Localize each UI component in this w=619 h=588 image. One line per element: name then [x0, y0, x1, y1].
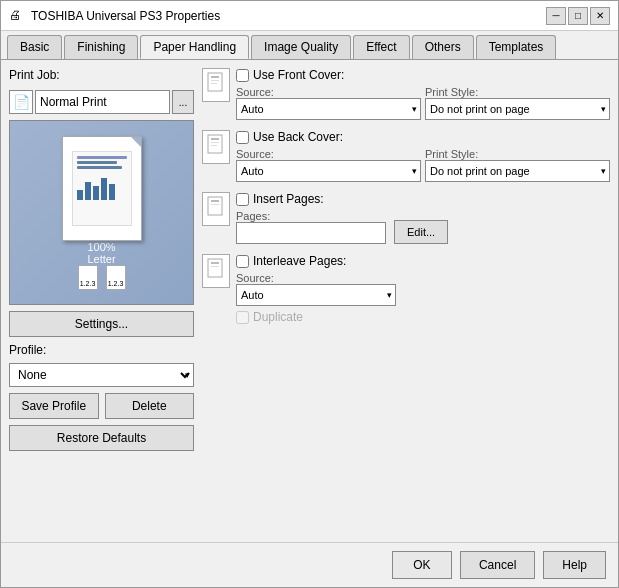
front-cover-content: Use Front Cover: Source: Auto	[236, 68, 610, 120]
chart-bar-2	[85, 182, 91, 200]
back-cover-source-group: Source: Auto	[236, 148, 421, 182]
tab-basic[interactable]: Basic	[7, 35, 62, 59]
profile-buttons: Save Profile Delete	[9, 393, 194, 419]
left-panel: Print Job: 📄 Normal Print ...	[9, 68, 194, 534]
page-icon-right: 1.2.3	[106, 265, 126, 290]
preview-line-2	[77, 161, 117, 164]
preview-line-3	[77, 166, 122, 169]
window-title: TOSHIBA Universal PS3 Properties	[31, 9, 546, 23]
profile-select[interactable]: None	[9, 363, 194, 387]
tab-image-quality[interactable]: Image Quality	[251, 35, 351, 59]
svg-rect-3	[211, 83, 217, 84]
back-cover-checkbox-row: Use Back Cover:	[236, 130, 610, 144]
interleave-pages-checkbox[interactable]	[236, 255, 249, 268]
edit-button[interactable]: Edit...	[394, 220, 448, 244]
interleave-source-label: Source:	[236, 272, 610, 284]
print-job-select[interactable]: Normal Print	[35, 90, 170, 114]
save-profile-button[interactable]: Save Profile	[9, 393, 99, 419]
interleave-pages-row: Interleave Pages: Source: Auto Duplicate	[202, 254, 610, 324]
main-content: Print Job: 📄 Normal Print ...	[1, 60, 618, 542]
preview-percent: 100%	[87, 241, 115, 253]
front-cover-row: Use Front Cover: Source: Auto	[202, 68, 610, 120]
preview-area: 100% Letter 1.2.3 1.2.3	[9, 120, 194, 305]
chart-bar-5	[109, 184, 115, 200]
minimize-button[interactable]: ─	[546, 7, 566, 25]
front-cover-print-style-select[interactable]: Do not print on page	[425, 98, 610, 120]
pages-label: Pages:	[236, 210, 386, 222]
help-button[interactable]: Help	[543, 551, 606, 579]
duplicate-label: Duplicate	[253, 310, 303, 324]
preview-line-1	[77, 156, 127, 159]
chart-bar-3	[93, 186, 99, 200]
back-cover-source-select[interactable]: Auto	[236, 160, 421, 182]
profile-label: Profile:	[9, 343, 194, 357]
back-cover-subfields: Source: Auto Print Style: Do	[236, 148, 610, 182]
print-job-options-button[interactable]: ...	[172, 90, 194, 114]
print-job-row: 📄 Normal Print ...	[9, 90, 194, 114]
maximize-button[interactable]: □	[568, 7, 588, 25]
front-cover-label: Use Front Cover:	[253, 68, 344, 82]
preview-fold	[131, 137, 141, 147]
front-cover-source-select[interactable]: Auto	[236, 98, 421, 120]
front-cover-source-select-wrapper: Auto	[236, 98, 421, 120]
back-cover-source-label: Source:	[236, 148, 421, 160]
pages-group: Pages:	[236, 210, 386, 244]
tab-finishing[interactable]: Finishing	[64, 35, 138, 59]
cancel-button[interactable]: Cancel	[460, 551, 535, 579]
front-cover-icon	[202, 68, 230, 102]
back-cover-print-style-group: Print Style: Do not print on page	[425, 148, 610, 182]
svg-rect-4	[208, 135, 222, 153]
insert-pages-label: Insert Pages:	[253, 192, 324, 206]
preview-chart	[77, 175, 127, 200]
interleave-source-select-wrapper: Auto	[236, 284, 396, 306]
svg-rect-6	[211, 142, 219, 143]
preview-labels: 1.2.3 1.2.3	[78, 265, 126, 290]
tab-paper-handling[interactable]: Paper Handling	[140, 35, 249, 59]
tab-others[interactable]: Others	[412, 35, 474, 59]
back-cover-checkbox[interactable]	[236, 131, 249, 144]
insert-pages-row: Insert Pages: Pages: Edit...	[202, 192, 610, 244]
interleave-source-select[interactable]: Auto	[236, 284, 396, 306]
svg-rect-13	[211, 266, 219, 267]
duplicate-row: Duplicate	[236, 310, 610, 324]
delete-button[interactable]: Delete	[105, 393, 195, 419]
settings-button[interactable]: Settings...	[9, 311, 194, 337]
insert-pages-fields: Pages: Edit...	[236, 210, 610, 244]
svg-rect-2	[211, 80, 219, 81]
tab-effect[interactable]: Effect	[353, 35, 409, 59]
front-cover-source-group: Source: Auto	[236, 86, 421, 120]
close-button[interactable]: ✕	[590, 7, 610, 25]
duplicate-checkbox[interactable]	[236, 311, 249, 324]
svg-rect-11	[208, 259, 222, 277]
chart-bar-4	[101, 178, 107, 200]
preview-info: 100% Letter 1.2.3 1.2.3	[78, 241, 126, 290]
preview-paper	[62, 136, 142, 241]
page-mini-right: 1.2.3	[106, 265, 126, 290]
svg-rect-7	[211, 145, 217, 146]
bottom-bar: OK Cancel Help	[1, 542, 618, 587]
front-cover-checkbox[interactable]	[236, 69, 249, 82]
pages-input[interactable]	[236, 222, 386, 244]
back-cover-content: Use Back Cover: Source: Auto	[236, 130, 610, 182]
preview-content	[72, 151, 132, 226]
window-icon: 🖨	[9, 8, 25, 24]
back-cover-icon	[202, 130, 230, 164]
page-mini-left: 1.2.3	[78, 265, 98, 290]
title-bar: 🖨 TOSHIBA Universal PS3 Properties ─ □ ✕	[1, 1, 618, 31]
back-cover-row: Use Back Cover: Source: Auto	[202, 130, 610, 182]
back-cover-print-style-select-wrapper: Do not print on page	[425, 160, 610, 182]
back-cover-print-style-select[interactable]: Do not print on page	[425, 160, 610, 182]
tab-templates[interactable]: Templates	[476, 35, 557, 59]
insert-pages-checkbox-row: Insert Pages:	[236, 192, 610, 206]
svg-rect-5	[211, 138, 219, 140]
svg-rect-8	[208, 197, 222, 215]
insert-pages-checkbox[interactable]	[236, 193, 249, 206]
front-cover-print-style-select-wrapper: Do not print on page	[425, 98, 610, 120]
front-cover-source-label: Source:	[236, 86, 421, 98]
ok-button[interactable]: OK	[392, 551, 452, 579]
front-cover-subfields: Source: Auto Print Style: Do	[236, 86, 610, 120]
insert-pages-content: Insert Pages: Pages: Edit...	[236, 192, 610, 244]
restore-defaults-button[interactable]: Restore Defaults	[9, 425, 194, 451]
title-buttons: ─ □ ✕	[546, 7, 610, 25]
page-icon-left: 1.2.3	[78, 265, 98, 290]
